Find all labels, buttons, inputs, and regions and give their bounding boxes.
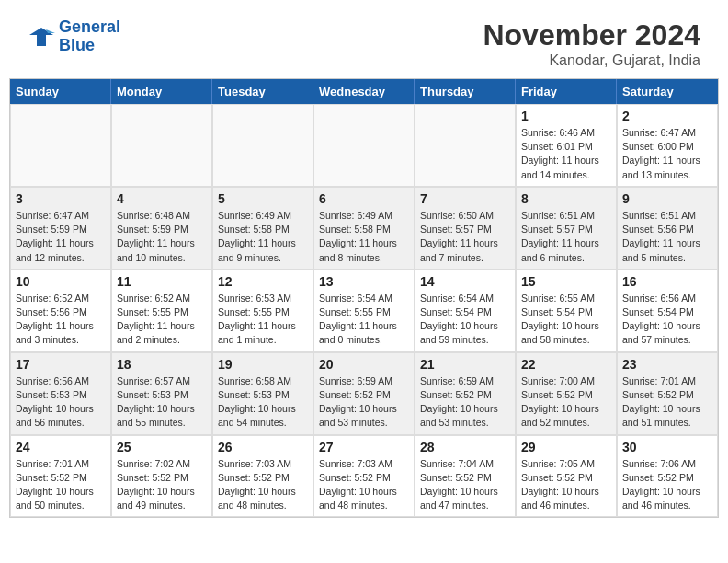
calendar-day: 12Sunrise: 6:53 AMSunset: 5:55 PMDayligh… (212, 270, 313, 352)
day-info: Sunrise: 7:02 AMSunset: 5:52 PMDaylight:… (117, 457, 207, 513)
day-number: 8 (521, 191, 611, 206)
day-info: Sunrise: 7:01 AMSunset: 5:52 PMDaylight:… (16, 457, 106, 513)
day-number: 13 (319, 274, 409, 289)
calendar-day: 13Sunrise: 6:54 AMSunset: 5:55 PMDayligh… (313, 270, 415, 352)
weekday-header: Friday (516, 79, 617, 104)
calendar-day: 24Sunrise: 7:01 AMSunset: 5:52 PMDayligh… (10, 435, 111, 518)
calendar-day: 20Sunrise: 6:59 AMSunset: 5:52 PMDayligh… (313, 352, 415, 435)
day-info: Sunrise: 6:54 AMSunset: 5:54 PMDaylight:… (420, 292, 510, 348)
calendar-day: 23Sunrise: 7:01 AMSunset: 5:52 PMDayligh… (617, 352, 718, 435)
day-info: Sunrise: 7:06 AMSunset: 5:52 PMDaylight:… (622, 457, 712, 513)
weekday-header: Saturday (617, 79, 718, 104)
day-info: Sunrise: 6:51 AMSunset: 5:56 PMDaylight:… (622, 209, 712, 265)
calendar-header: SundayMondayTuesdayWednesdayThursdayFrid… (10, 79, 718, 104)
calendar-body: 1Sunrise: 6:46 AMSunset: 6:01 PMDaylight… (10, 104, 718, 517)
calendar-day: 9Sunrise: 6:51 AMSunset: 5:56 PMDaylight… (617, 187, 718, 270)
calendar-day: 3Sunrise: 6:47 AMSunset: 5:59 PMDaylight… (10, 187, 111, 270)
day-number: 30 (622, 440, 712, 454)
day-info: Sunrise: 6:52 AMSunset: 5:56 PMDaylight:… (16, 292, 106, 348)
day-number: 26 (218, 440, 308, 454)
calendar-day: 30Sunrise: 7:06 AMSunset: 5:52 PMDayligh… (617, 435, 718, 518)
calendar-day: 28Sunrise: 7:04 AMSunset: 5:52 PMDayligh… (415, 435, 516, 518)
day-info: Sunrise: 7:03 AMSunset: 5:52 PMDaylight:… (218, 457, 308, 513)
day-number: 10 (16, 274, 106, 289)
calendar-day: 27Sunrise: 7:03 AMSunset: 5:52 PMDayligh… (313, 435, 415, 518)
calendar-day: 8Sunrise: 6:51 AMSunset: 5:57 PMDaylight… (516, 187, 617, 270)
day-info: Sunrise: 6:55 AMSunset: 5:54 PMDaylight:… (521, 292, 611, 348)
weekday-header: Tuesday (212, 79, 313, 104)
calendar-day: 1Sunrise: 6:46 AMSunset: 6:01 PMDaylight… (516, 104, 617, 187)
calendar-day: 2Sunrise: 6:47 AMSunset: 6:00 PMDaylight… (617, 104, 718, 187)
title-block: November 2024 Kanodar, Gujarat, India (483, 18, 700, 69)
calendar-day: 4Sunrise: 6:48 AMSunset: 5:59 PMDaylight… (111, 187, 212, 270)
day-info: Sunrise: 6:59 AMSunset: 5:52 PMDaylight:… (319, 374, 409, 431)
calendar-day: 6Sunrise: 6:49 AMSunset: 5:58 PMDaylight… (313, 187, 415, 270)
day-number: 22 (521, 357, 611, 372)
day-info: Sunrise: 6:57 AMSunset: 5:53 PMDaylight:… (117, 374, 207, 431)
day-number: 3 (16, 191, 106, 206)
day-info: Sunrise: 7:00 AMSunset: 5:52 PMDaylight:… (521, 374, 611, 431)
calendar-day: 18Sunrise: 6:57 AMSunset: 5:53 PMDayligh… (111, 352, 212, 435)
calendar-day: 5Sunrise: 6:49 AMSunset: 5:58 PMDaylight… (212, 187, 313, 270)
empty-cell (111, 104, 212, 187)
day-number: 7 (420, 191, 510, 206)
svg-marker-0 (29, 28, 53, 46)
day-number: 19 (218, 357, 308, 372)
day-info: Sunrise: 6:53 AMSunset: 5:55 PMDaylight:… (218, 292, 308, 348)
day-number: 2 (622, 109, 712, 123)
weekday-header: Wednesday (313, 79, 415, 104)
day-info: Sunrise: 6:58 AMSunset: 5:53 PMDaylight:… (218, 374, 308, 431)
calendar-day: 17Sunrise: 6:56 AMSunset: 5:53 PMDayligh… (10, 352, 111, 435)
calendar-day: 10Sunrise: 6:52 AMSunset: 5:56 PMDayligh… (10, 270, 111, 352)
calendar-day: 21Sunrise: 6:59 AMSunset: 5:52 PMDayligh… (415, 352, 516, 435)
day-number: 27 (319, 440, 409, 454)
day-info: Sunrise: 6:48 AMSunset: 5:59 PMDaylight:… (117, 209, 207, 265)
calendar-day: 11Sunrise: 6:52 AMSunset: 5:55 PMDayligh… (111, 270, 212, 352)
page-header: General Blue November 2024 Kanodar, Guja… (0, 0, 728, 78)
day-info: Sunrise: 6:47 AMSunset: 5:59 PMDaylight:… (16, 209, 106, 265)
day-info: Sunrise: 7:05 AMSunset: 5:52 PMDaylight:… (521, 457, 611, 513)
day-info: Sunrise: 6:46 AMSunset: 6:01 PMDaylight:… (521, 126, 611, 182)
logo-icon (28, 26, 55, 48)
day-number: 1 (521, 109, 611, 123)
calendar-subtitle: Kanodar, Gujarat, India (483, 52, 700, 69)
day-info: Sunrise: 6:54 AMSunset: 5:55 PMDaylight:… (319, 292, 409, 348)
calendar-day: 29Sunrise: 7:05 AMSunset: 5:52 PMDayligh… (516, 435, 617, 518)
calendar-day: 14Sunrise: 6:54 AMSunset: 5:54 PMDayligh… (415, 270, 516, 352)
calendar-day: 26Sunrise: 7:03 AMSunset: 5:52 PMDayligh… (212, 435, 313, 518)
day-info: Sunrise: 7:03 AMSunset: 5:52 PMDaylight:… (319, 457, 409, 513)
empty-cell (212, 104, 313, 187)
calendar-title: November 2024 (483, 18, 700, 52)
day-number: 20 (319, 357, 409, 372)
calendar-day: 7Sunrise: 6:50 AMSunset: 5:57 PMDaylight… (415, 187, 516, 270)
day-number: 17 (16, 357, 106, 372)
day-number: 29 (521, 440, 611, 454)
day-number: 4 (117, 191, 207, 206)
day-number: 14 (420, 274, 510, 289)
day-info: Sunrise: 6:50 AMSunset: 5:57 PMDaylight:… (420, 209, 510, 265)
calendar-day: 16Sunrise: 6:56 AMSunset: 5:54 PMDayligh… (617, 270, 718, 352)
day-number: 6 (319, 191, 409, 206)
day-number: 25 (117, 440, 207, 454)
calendar-day: 22Sunrise: 7:00 AMSunset: 5:52 PMDayligh… (516, 352, 617, 435)
day-info: Sunrise: 6:47 AMSunset: 6:00 PMDaylight:… (622, 126, 712, 182)
day-info: Sunrise: 6:49 AMSunset: 5:58 PMDaylight:… (218, 209, 308, 265)
day-number: 15 (521, 274, 611, 289)
day-info: Sunrise: 7:01 AMSunset: 5:52 PMDaylight:… (622, 374, 712, 431)
day-info: Sunrise: 6:52 AMSunset: 5:55 PMDaylight:… (117, 292, 207, 348)
day-number: 24 (16, 440, 106, 454)
day-number: 28 (420, 440, 510, 454)
empty-cell (313, 104, 415, 187)
day-number: 21 (420, 357, 510, 372)
calendar-day: 15Sunrise: 6:55 AMSunset: 5:54 PMDayligh… (516, 270, 617, 352)
empty-cell (10, 104, 111, 187)
day-number: 18 (117, 357, 207, 372)
calendar-day: 19Sunrise: 6:58 AMSunset: 5:53 PMDayligh… (212, 352, 313, 435)
weekday-header: Thursday (415, 79, 516, 104)
day-info: Sunrise: 6:56 AMSunset: 5:53 PMDaylight:… (16, 374, 106, 431)
weekday-header: Sunday (10, 79, 111, 104)
calendar-day: 25Sunrise: 7:02 AMSunset: 5:52 PMDayligh… (111, 435, 212, 518)
day-number: 11 (117, 274, 207, 289)
day-info: Sunrise: 6:49 AMSunset: 5:58 PMDaylight:… (319, 209, 409, 265)
day-number: 9 (622, 191, 712, 206)
